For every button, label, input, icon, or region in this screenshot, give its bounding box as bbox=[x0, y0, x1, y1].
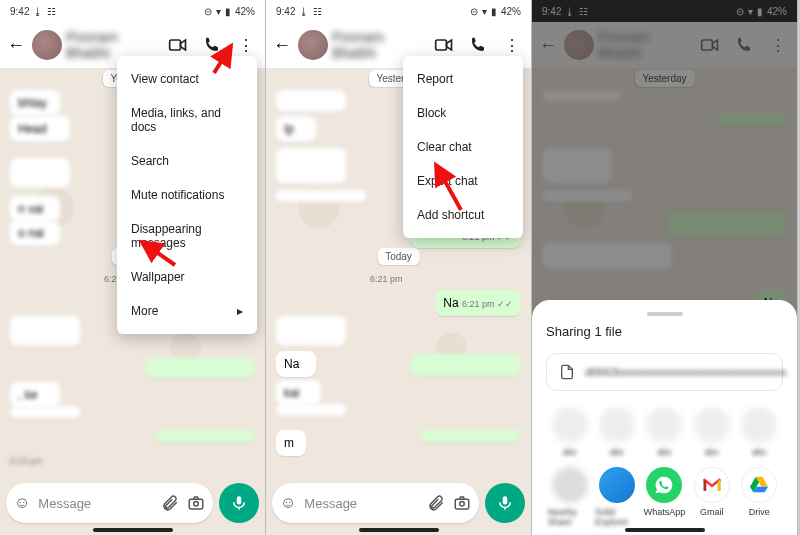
solid-explorer-icon bbox=[599, 467, 635, 503]
nearby-target[interactable]: abc bbox=[642, 407, 686, 457]
back-button[interactable]: ← bbox=[270, 35, 294, 56]
menu-mute-notifications[interactable]: Mute notifications bbox=[117, 178, 257, 212]
timestamp: 6:23 pm bbox=[10, 456, 43, 466]
nearby-target[interactable]: abc bbox=[548, 407, 592, 457]
chat-bubble: n vai bbox=[10, 196, 60, 222]
svg-rect-1 bbox=[189, 499, 203, 509]
share-label: Drive bbox=[749, 507, 770, 517]
message-input[interactable]: Message bbox=[38, 496, 153, 511]
chevron-right-icon: ▸ bbox=[237, 304, 243, 318]
menu-clear-chat[interactable]: Clear chat bbox=[403, 130, 523, 164]
chat-bubble bbox=[155, 430, 255, 442]
camera-button[interactable] bbox=[453, 494, 471, 512]
camera-button[interactable] bbox=[187, 494, 205, 512]
timestamp: 6:21 pm ✓✓ bbox=[462, 299, 513, 309]
avatar[interactable] bbox=[32, 30, 62, 60]
chat-bubble bbox=[276, 148, 346, 184]
mic-button[interactable] bbox=[485, 483, 525, 523]
dnd-icon: ⊝ bbox=[470, 6, 478, 17]
emoji-button[interactable]: ☺ bbox=[14, 494, 30, 512]
battery-level: 42% bbox=[501, 6, 521, 17]
more-submenu: Report Block Clear chat Export chat Add … bbox=[403, 56, 523, 238]
avatar[interactable] bbox=[298, 30, 328, 60]
status-time: 9:42 bbox=[10, 6, 29, 17]
chat-bubble: m bbox=[276, 430, 306, 456]
message-input[interactable]: Message bbox=[304, 496, 419, 511]
chat-bubble: Na bbox=[276, 351, 316, 377]
menu-disappearing-messages[interactable]: Disappearing messages bbox=[117, 212, 257, 260]
menu-media-links-docs[interactable]: Media, links, and docs bbox=[117, 96, 257, 144]
calendar-icon: ☷ bbox=[313, 6, 322, 17]
attach-button[interactable] bbox=[427, 494, 445, 512]
sheet-handle[interactable] bbox=[647, 312, 683, 316]
share-gmail[interactable]: Gmail bbox=[690, 467, 734, 527]
calendar-icon: ☷ bbox=[47, 6, 56, 17]
menu-wallpaper[interactable]: Wallpaper bbox=[117, 260, 257, 294]
mic-button[interactable] bbox=[219, 483, 259, 523]
phone-screenshot-2: 9:42 ⭳ ☷ ⊝ ▾ ▮ 42% ← Poonam Bhabhi ⋮ Yes… bbox=[266, 0, 532, 535]
chat-bubble bbox=[276, 90, 346, 112]
chat-bubble-out: Na 6:21 pm ✓✓ bbox=[435, 290, 521, 316]
menu-search[interactable]: Search bbox=[117, 144, 257, 178]
chat-bubble bbox=[276, 404, 346, 416]
svg-rect-7 bbox=[503, 496, 508, 504]
bubble-text: Na bbox=[443, 296, 458, 310]
file-row[interactable]: d0842bxxxxxxxxxxxxxxxxxxxxxxxxxxxxxx bbox=[546, 353, 783, 391]
menu-view-contact[interactable]: View contact bbox=[117, 62, 257, 96]
chat-bubble: bhlay bbox=[10, 90, 60, 116]
message-input-container: ☺ Message bbox=[272, 483, 479, 523]
options-menu: View contact Media, links, and docs Sear… bbox=[117, 56, 257, 334]
chat-bubble bbox=[411, 354, 521, 376]
svg-point-6 bbox=[460, 502, 465, 507]
nearby-target[interactable]: abc bbox=[737, 407, 781, 457]
chat-bubble bbox=[421, 430, 521, 442]
chat-bubble bbox=[276, 190, 366, 202]
chat-bubble bbox=[276, 316, 346, 346]
nearby-target[interactable]: abc bbox=[690, 407, 734, 457]
date-chip-today: Today bbox=[377, 248, 420, 265]
drive-icon bbox=[741, 467, 777, 503]
share-nearby[interactable]: Nearby Share bbox=[548, 467, 592, 527]
emoji-button[interactable]: ☺ bbox=[280, 494, 296, 512]
statusbar: 9:42 ⭳ ☷ ⊝ ▾ ▮ 42% bbox=[266, 0, 531, 22]
chat-bubble bbox=[10, 158, 70, 188]
chat-bubble bbox=[10, 316, 80, 346]
menu-report[interactable]: Report bbox=[403, 62, 523, 96]
menu-more[interactable]: More ▸ bbox=[117, 294, 257, 328]
menu-more-label: More bbox=[131, 304, 158, 318]
nav-bar[interactable] bbox=[359, 528, 439, 532]
menu-export-chat[interactable]: Export chat bbox=[403, 164, 523, 198]
status-time: 9:42 bbox=[276, 6, 295, 17]
chat-bubble bbox=[10, 406, 80, 418]
nearby-target[interactable]: abc bbox=[595, 407, 639, 457]
message-bar: ☺ Message bbox=[272, 483, 525, 523]
nearby-share-row: abc abc abc abc abc bbox=[546, 407, 783, 457]
wifi-icon: ▾ bbox=[482, 6, 487, 17]
phone-screenshot-3: 9:42 ⭳ ☷ ⊝ ▾ ▮ 42% ← Poonam Bhabhi ⋮ Yes… bbox=[532, 0, 798, 535]
battery-icon: ▮ bbox=[225, 6, 231, 17]
chat-bubble: kai bbox=[276, 380, 321, 406]
svg-point-2 bbox=[194, 502, 199, 507]
chat-bubble: , ke bbox=[10, 382, 60, 408]
battery-level: 42% bbox=[235, 6, 255, 17]
nav-bar[interactable] bbox=[93, 528, 173, 532]
svg-rect-5 bbox=[455, 499, 469, 509]
share-solid-explorer[interactable]: Solid Explorer bbox=[595, 467, 639, 527]
statusbar: 9:42 ⭳ ☷ ⊝ ▾ ▮ 42% bbox=[0, 0, 265, 22]
chat-bubble: Head bbox=[10, 116, 70, 142]
gmail-icon bbox=[694, 467, 730, 503]
share-drive[interactable]: Drive bbox=[737, 467, 781, 527]
wifi-icon: ▾ bbox=[216, 6, 221, 17]
menu-block[interactable]: Block bbox=[403, 96, 523, 130]
share-label: WhatsApp bbox=[644, 507, 686, 517]
menu-add-shortcut[interactable]: Add shortcut bbox=[403, 198, 523, 232]
chat-bubble bbox=[145, 358, 255, 378]
nav-bar[interactable] bbox=[625, 528, 705, 532]
back-button[interactable]: ← bbox=[4, 35, 28, 56]
svg-rect-0 bbox=[170, 40, 181, 50]
attach-button[interactable] bbox=[161, 494, 179, 512]
share-whatsapp[interactable]: WhatsApp bbox=[642, 467, 686, 527]
svg-rect-4 bbox=[436, 40, 447, 50]
message-input-container: ☺ Message bbox=[6, 483, 213, 523]
timestamp: 6:21 pm bbox=[370, 274, 403, 284]
